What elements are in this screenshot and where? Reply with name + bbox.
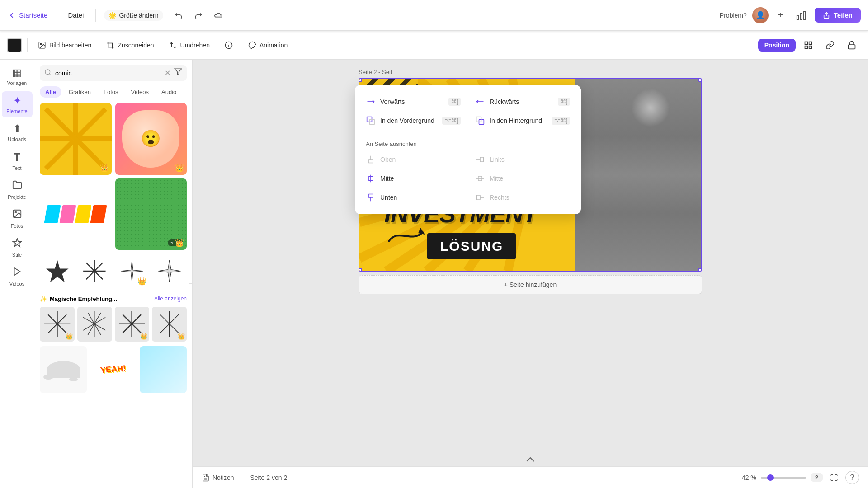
page-label: Seite 2 - Seit: [359, 69, 702, 75]
asset-item-face[interactable]: 😮 👑: [115, 103, 187, 175]
assets-grid-row2: 5.0 s 👑: [40, 178, 187, 250]
undo-button[interactable]: [170, 7, 187, 23]
fotos-label: Fotos: [11, 223, 24, 229]
share-button[interactable]: Teilen: [815, 8, 861, 23]
svg-marker-19: [175, 69, 182, 75]
asset-item-burst[interactable]: 👑: [40, 103, 112, 175]
search-clear-button[interactable]: ✕: [165, 69, 170, 77]
filter-alle-label: Alle: [45, 89, 56, 95]
asset-item-colorful[interactable]: [40, 178, 112, 250]
resize-handle-tl[interactable]: [359, 78, 362, 82]
menu-item-unten[interactable]: Unten: [359, 188, 468, 207]
page-count-badge[interactable]: 2: [811, 473, 823, 482]
menu-item-ruckwarts[interactable]: Rückwärts ⌘[: [468, 92, 577, 111]
svg-line-68: [170, 315, 179, 324]
grid-button[interactable]: [799, 38, 817, 52]
slide-panel-button[interactable]: [193, 453, 868, 466]
resize-handle-br[interactable]: [698, 268, 702, 272]
vorwarts-label: Vorwärts: [380, 98, 405, 105]
zoom-slider[interactable]: [761, 477, 806, 479]
fullscreen-button[interactable]: [827, 471, 841, 484]
help-button[interactable]: ?: [845, 471, 859, 484]
bottom-asset-cloud[interactable]: [40, 346, 87, 393]
sidebar-item-projekte[interactable]: Projekte: [2, 176, 33, 203]
resize-label: Größe ändern: [119, 12, 158, 19]
asset-star4[interactable]: [152, 253, 187, 288]
home-button[interactable]: Startseite: [7, 11, 47, 20]
text-label: Text: [12, 165, 21, 171]
stile-icon: [12, 238, 22, 250]
position-button[interactable]: Position: [758, 39, 796, 52]
filter-tab-videos[interactable]: Videos: [126, 86, 155, 98]
mitte-v-icon: [366, 174, 376, 183]
svg-rect-10: [809, 42, 812, 44]
asset-star1[interactable]: [40, 253, 75, 288]
redo-button[interactable]: [190, 7, 207, 23]
analytics-button[interactable]: [793, 7, 809, 23]
animation-button[interactable]: Animation: [243, 38, 292, 52]
menu-row-align3: Unten Rechts: [359, 188, 577, 207]
svg-marker-28: [46, 260, 68, 282]
sidebar-item-elemente[interactable]: ✦ Elemente: [2, 91, 33, 117]
filter-tab-grafiken[interactable]: Grafiken: [63, 86, 96, 98]
crop-button[interactable]: Zuschneiden: [101, 38, 158, 52]
cloud-save-button[interactable]: [210, 7, 226, 23]
sidebar-item-uploads[interactable]: ⬆ Uploads: [2, 119, 33, 145]
resize-handle-bl[interactable]: [359, 268, 362, 272]
svg-line-61: [123, 324, 132, 333]
notes-button[interactable]: Notizen: [202, 474, 234, 482]
resize-button[interactable]: 🌟 Größe ändern: [104, 10, 163, 21]
bottom-assets: YEAH!: [40, 346, 187, 393]
svg-line-59: [132, 324, 141, 333]
toolbar-separator: [27, 38, 28, 52]
problem-button[interactable]: Problem?: [720, 12, 747, 19]
losung-badge: LÖSUNG: [427, 233, 516, 259]
asset-star3[interactable]: 👑: [115, 253, 150, 288]
add-page-button[interactable]: + Seite hinzufügen: [359, 275, 702, 294]
rec-item4[interactable]: 👑: [152, 307, 187, 342]
filter-tab-alle[interactable]: Alle: [40, 86, 61, 98]
asset-star2[interactable]: [77, 253, 112, 288]
menu-item-hintergrund[interactable]: In den Hintergrund ⌥⌘[: [468, 111, 577, 130]
left-sidebar: ▦ Vorlagen ✦ Elemente ⬆ Uploads T Text P…: [0, 60, 34, 488]
sidebar-item-videos[interactable]: Videos: [2, 263, 33, 290]
search-filter-button[interactable]: [174, 68, 182, 78]
sidebar-item-fotos[interactable]: Fotos: [2, 205, 33, 232]
add-team-button[interactable]: +: [774, 9, 788, 22]
edit-image-icon: [38, 41, 47, 50]
asset-item-green[interactable]: 5.0 s 👑: [115, 178, 187, 250]
star1-svg: [45, 259, 70, 283]
menu-item-vordergrund[interactable]: In den Vordergrund ⌥⌘]: [359, 111, 468, 130]
menu-row-align1: Oben Links: [359, 150, 577, 169]
lock-button[interactable]: [843, 38, 861, 52]
info-button[interactable]: [220, 38, 238, 52]
svg-rect-97: [480, 157, 484, 162]
rec-item1[interactable]: 👑: [40, 307, 75, 342]
svg-rect-11: [809, 46, 812, 48]
file-button[interactable]: Datei: [64, 9, 87, 21]
menu-item-mitte-v[interactable]: Mitte: [359, 169, 468, 188]
rec-show-all[interactable]: Alle anzeigen: [154, 296, 187, 302]
filter-tab-audio[interactable]: Audio: [156, 86, 182, 98]
edit-image-button[interactable]: Bild bearbeiten: [33, 38, 96, 52]
zoom-controls: 42 % 2 ?: [742, 471, 859, 484]
sidebar-item-vorlagen[interactable]: ▦ Vorlagen: [2, 63, 33, 89]
rec-item2[interactable]: [77, 307, 112, 342]
user-avatar[interactable]: 👤: [752, 7, 769, 23]
resize-handle-tr[interactable]: [698, 78, 702, 82]
bottom-asset-yeah[interactable]: YEAH!: [90, 346, 137, 393]
menu-item-vorwarts[interactable]: Vorwärts ⌘]: [359, 92, 468, 111]
svg-rect-2: [803, 11, 805, 19]
sidebar-item-stile[interactable]: Stile: [2, 234, 33, 261]
flip-button[interactable]: Umdrehen: [164, 38, 214, 52]
link-button[interactable]: [821, 38, 839, 52]
menu-row-align2: Mitte Mitte: [359, 169, 577, 188]
filter-tab-fotos[interactable]: Fotos: [98, 86, 124, 98]
collapse-panel-button[interactable]: ‹: [189, 264, 193, 284]
sidebar-item-text[interactable]: T Text: [2, 147, 33, 174]
notes-icon: [202, 474, 210, 482]
search-input[interactable]: [55, 70, 161, 77]
bottom-asset-blue[interactable]: [140, 346, 187, 393]
color-swatch[interactable]: [7, 38, 22, 52]
rec-item3[interactable]: 👑: [115, 307, 150, 342]
